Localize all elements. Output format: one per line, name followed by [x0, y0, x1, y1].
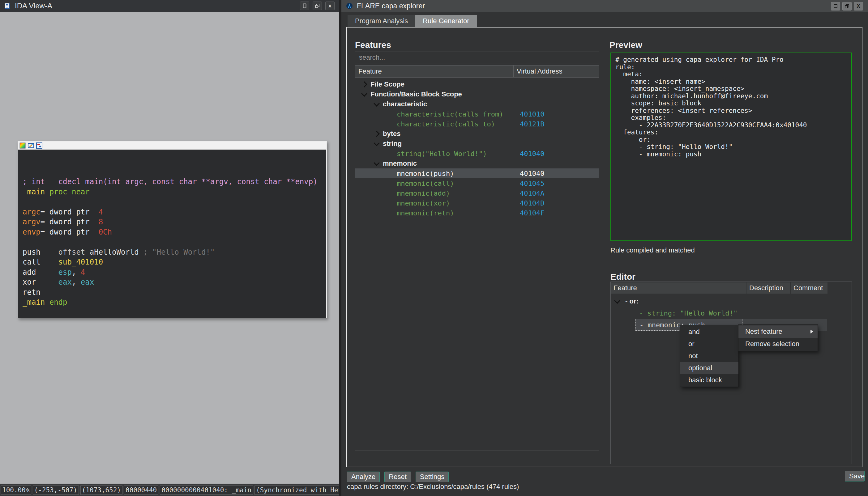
menu-item-and[interactable]: and — [680, 326, 738, 338]
disassembly-listing[interactable]: ; int __cdecl main(int argc, const char … — [18, 150, 326, 318]
ida-statusbar: 100.00%(-253,-507)(1073,652)000004400000… — [0, 484, 339, 496]
disasm-line[interactable]: argv= dword ptr 8 — [22, 217, 326, 227]
menu-item-or[interactable]: or — [680, 338, 738, 350]
settings-button[interactable]: Settings — [416, 471, 449, 482]
rule-status-text: Rule compiled and matched — [610, 246, 695, 254]
feature-label: mnemonic(push) — [397, 170, 454, 177]
chevron-down-icon[interactable] — [374, 160, 380, 166]
feature-label: characteristic(calls from) — [397, 110, 503, 118]
context-menu-item-nest-feature[interactable]: Nest feature — [738, 325, 818, 338]
features-table-header[interactable]: Feature Virtual Address — [355, 65, 599, 78]
virtual-address: 401010 — [520, 110, 544, 118]
menu-item-not[interactable]: not — [680, 350, 738, 362]
column-virtual-address[interactable]: Virtual Address — [514, 67, 563, 75]
window-controls: x — [300, 2, 335, 10]
restore-button[interactable] — [842, 2, 852, 11]
disasm-line[interactable]: argc= dword ptr 4 — [22, 207, 326, 217]
tree-label: bytes — [383, 130, 400, 138]
column-feature[interactable]: Feature — [355, 65, 514, 77]
context-menu-item-remove-selection[interactable]: Remove selection — [738, 338, 818, 350]
chevron-down-icon[interactable] — [614, 298, 620, 304]
reset-button[interactable]: Reset — [384, 471, 411, 482]
tree-node-characteristic-calls-to[interactable]: characteristic(calls to)40121B — [355, 119, 599, 129]
editor-table-header[interactable]: Feature Description Comment — [611, 282, 852, 294]
chevron-down-icon[interactable] — [374, 140, 380, 146]
tab-bar: Program AnalysisRule Generator — [348, 15, 477, 27]
disassembly-toolbar — [18, 141, 326, 150]
context-menu: Nest featureRemove selection — [738, 325, 818, 351]
edit-icon[interactable] — [28, 142, 34, 149]
disasm-line[interactable]: _main proc near — [22, 187, 326, 197]
close-button[interactable]: x — [325, 2, 335, 10]
flare-logo-icon — [346, 2, 353, 10]
tree-label: characteristic — [383, 100, 427, 108]
virtual-address: 40104F — [520, 209, 544, 217]
chevron-right-icon[interactable] — [361, 81, 367, 88]
column-feature[interactable]: Feature — [611, 282, 746, 294]
editor-row-string-hello-world[interactable]: - string: "Hello World!" — [611, 307, 852, 319]
disasm-line[interactable]: ; int __cdecl main(int argc, const char … — [22, 177, 326, 187]
tree-node-file-scope[interactable]: File Scope — [355, 79, 599, 89]
disassembly-window: ; int __cdecl main(int argc, const char … — [18, 141, 327, 318]
tab-rule-generator[interactable]: Rule Generator — [415, 15, 476, 27]
feature-tree: File ScopeFunction/Basic Block Scopechar… — [355, 78, 599, 218]
rule-preview-code: # generated using capa explorer for IDA … — [610, 52, 852, 241]
tree-node-function-basic-block-scope[interactable]: Function/Basic Block Scope — [355, 89, 599, 99]
tree-label: File Scope — [370, 80, 405, 88]
tree-node-characteristic-calls-from[interactable]: characteristic(calls from)401010 — [355, 109, 599, 119]
nest-feature-submenu: andornotoptionalbasic block — [680, 325, 739, 387]
disasm-line[interactable]: call sub_401010 — [22, 257, 326, 267]
chevron-down-icon[interactable] — [361, 91, 367, 97]
status-segment: (1073,652) — [80, 485, 122, 495]
search-input[interactable] — [355, 51, 599, 63]
window-title: FLARE capa explorer — [357, 2, 425, 10]
save-button[interactable]: Save — [845, 471, 865, 481]
tree-node-mnemonic-xor[interactable]: mnemonic(xor)40104D — [355, 198, 599, 208]
rule-generator-panel: Features Feature Virtual Address File Sc… — [346, 27, 863, 467]
disasm-line[interactable]: envp= dword ptr 0Ch — [22, 227, 326, 237]
disasm-line[interactable]: retn — [22, 288, 326, 298]
feature-label: characteristic(calls to) — [397, 120, 495, 128]
float-button[interactable] — [300, 2, 309, 10]
tree-node-string[interactable]: string — [355, 139, 599, 149]
ida-workspace: ; int __cdecl main(int argc, const char … — [0, 12, 339, 484]
window-controls: X — [831, 2, 863, 11]
disasm-line[interactable] — [22, 237, 326, 247]
disasm-line[interactable]: xor eax, eax — [22, 277, 326, 288]
ida-view-icon — [4, 2, 11, 9]
capa-titlebar[interactable]: FLARE capa explorer X — [341, 0, 868, 12]
tree-node-string-hello-world[interactable]: string("Hello World!")401040 — [355, 149, 599, 158]
colors-icon[interactable] — [19, 142, 26, 149]
tree-node-mnemonic-push[interactable]: mnemonic(push)401040 — [355, 168, 599, 178]
editor-row-or[interactable]: - or: — [611, 295, 852, 307]
ida-titlebar[interactable]: IDA View-A x — [0, 0, 339, 12]
close-button[interactable]: X — [854, 2, 863, 11]
disasm-line[interactable]: add esp, 4 — [22, 267, 326, 278]
tree-node-mnemonic-retn[interactable]: mnemonic(retn)40104F — [355, 208, 599, 218]
menu-item-optional[interactable]: optional — [680, 362, 738, 374]
tree-label: string — [383, 140, 402, 148]
tab-program-analysis[interactable]: Program Analysis — [348, 15, 415, 27]
virtual-address: 401045 — [520, 180, 544, 187]
tree-node-mnemonic-add[interactable]: mnemonic(add)40104A — [355, 188, 599, 198]
disasm-line[interactable]: _main endp — [22, 297, 326, 308]
chevron-right-icon[interactable] — [374, 131, 380, 137]
menu-item-basic-block[interactable]: basic block — [680, 374, 738, 386]
restore-button[interactable] — [313, 2, 322, 10]
tree-node-bytes[interactable]: bytes — [355, 129, 599, 139]
column-comment[interactable]: Comment — [791, 282, 827, 294]
editor-label: - or: — [625, 297, 639, 305]
disasm-line[interactable] — [22, 197, 326, 207]
analyze-button[interactable]: Analyze — [347, 471, 380, 482]
column-description[interactable]: Description — [746, 282, 790, 294]
chevron-down-icon[interactable] — [374, 100, 380, 107]
tree-node-mnemonic[interactable]: mnemonic — [355, 158, 599, 168]
tree-node-characteristic[interactable]: characteristic — [355, 99, 599, 109]
window-title: IDA View-A — [15, 2, 52, 10]
features-table: Feature Virtual Address File ScopeFuncti… — [355, 65, 599, 451]
tree-node-mnemonic-call[interactable]: mnemonic(call)401045 — [355, 178, 599, 188]
disasm-line[interactable]: push offset aHelloWorld ; "Hello World!" — [22, 247, 326, 258]
graph-view-icon[interactable] — [36, 142, 42, 149]
virtual-address: 401040 — [520, 150, 544, 158]
maximize-button[interactable] — [831, 2, 840, 11]
